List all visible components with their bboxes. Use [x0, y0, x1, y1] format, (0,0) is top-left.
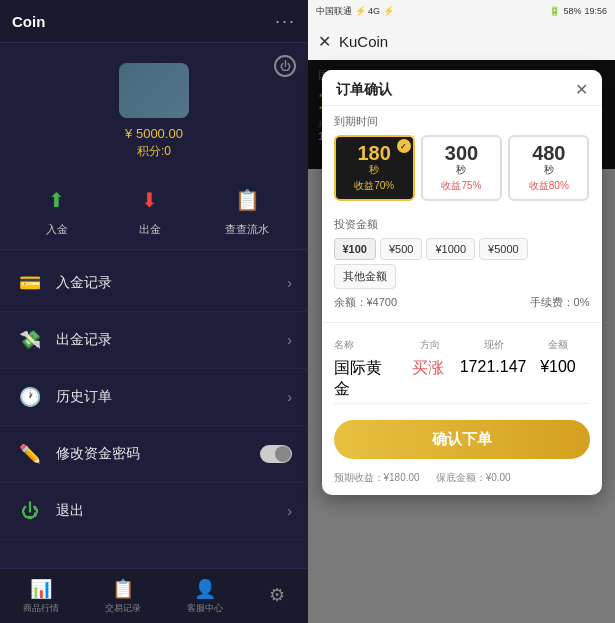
- unit-300: 秒: [427, 163, 496, 177]
- withdraw-button[interactable]: ⬇ 出金: [132, 182, 168, 237]
- modal-title: 订单确认: [336, 81, 392, 99]
- investment-section: 投资金额 ¥100 ¥500 ¥1000 ¥5000 其他金额 余额：¥4700…: [322, 209, 602, 318]
- menu-label-logout: 退出: [56, 502, 287, 520]
- confirm-order-button[interactable]: 确认下单: [334, 420, 590, 459]
- points-text: 积分:0: [137, 143, 171, 160]
- menu-item-change-password[interactable]: ✏️ 修改资金密码: [0, 426, 308, 483]
- menu-label-deposit-records: 入金记录: [56, 274, 287, 292]
- left-panel: Coin ··· ⏻ ¥ 5000.00 积分:0 ⬆ 入金 ⬇ 出金 📋 查查…: [0, 0, 308, 623]
- transaction-label: 查查流水: [225, 222, 269, 237]
- col-header-amount: 金额: [526, 338, 590, 352]
- right-app-header: ✕ KuCoin: [308, 22, 615, 60]
- modal-header: 订单确认 ✕: [322, 70, 602, 106]
- menu-item-logout[interactable]: ⏻ 退出 ›: [0, 483, 308, 540]
- nav-settings[interactable]: ⚙: [269, 584, 285, 608]
- deposit-icon: ⬆: [39, 182, 75, 218]
- modal-close-button[interactable]: ✕: [575, 80, 588, 99]
- order-price: 1721.147: [460, 358, 527, 400]
- amount-5000[interactable]: ¥5000: [479, 238, 528, 260]
- order-history-icon: 🕐: [16, 383, 44, 411]
- deposit-label: 入金: [46, 222, 68, 237]
- expiry-label: 到期时间: [334, 114, 590, 129]
- amount-options: ¥100 ¥500 ¥1000 ¥5000 其他金额: [334, 238, 590, 289]
- checkmark-icon: ✓: [397, 139, 411, 153]
- guarantee-amount: 保底金额：¥0.00: [436, 471, 511, 485]
- balance-fee-row: 余额：¥4700 手续费：0%: [334, 295, 590, 310]
- balance-amount: ¥ 5000.00: [125, 126, 183, 141]
- left-header-title: Coin: [12, 13, 45, 30]
- transaction-button[interactable]: 📋 查查流水: [225, 182, 269, 237]
- transaction-icon: 📋: [229, 182, 265, 218]
- time-option-180[interactable]: ✓ 180 秒 收益70%: [334, 135, 415, 201]
- amount-100[interactable]: ¥100: [334, 238, 376, 260]
- nav-customer-service[interactable]: 👤 客服中心: [187, 578, 223, 615]
- modal-overlay: 订单确认 ✕ 到期时间 ✓ 180 秒 收益70% 300 秒 收益75%: [308, 60, 615, 623]
- amount-other[interactable]: 其他金额: [334, 264, 396, 289]
- status-bar: 中国联通 ⚡ 4G ⚡ 🔋 58% 19:56: [308, 0, 615, 22]
- settings-nav-icon: ⚙: [269, 584, 285, 606]
- right-panel: 中国联通 ⚡ 4G ⚡ 🔋 58% 19:56 ✕ KuCoin 国际黄金 17…: [308, 0, 615, 623]
- arrow-icon-4: ›: [287, 503, 292, 519]
- order-amount: ¥100: [526, 358, 589, 400]
- menu-item-withdrawal-records[interactable]: 💸 出金记录 ›: [0, 312, 308, 369]
- yield-480: 收益80%: [514, 179, 583, 193]
- toggle-switch[interactable]: [260, 445, 292, 463]
- signal-status: 中国联通 ⚡ 4G ⚡: [316, 5, 394, 18]
- balance-display: 余额：¥4700: [334, 295, 398, 310]
- battery-time: 🔋 58% 19:56: [549, 6, 607, 16]
- menu-item-deposit-records[interactable]: 💳 入金记录 ›: [0, 255, 308, 312]
- change-password-icon: ✏️: [16, 440, 44, 468]
- menu-label-withdrawal-records: 出金记录: [56, 331, 287, 349]
- modal-divider: [322, 322, 602, 323]
- deposit-button[interactable]: ⬆ 入金: [39, 182, 75, 237]
- col-header-name: 名称: [334, 338, 398, 352]
- arrow-icon-3: ›: [287, 389, 292, 405]
- nav-market[interactable]: 📊 商品行情: [23, 578, 59, 615]
- menu-list: 💳 入金记录 › 💸 出金记录 › 🕐 历史订单 › ✏️ 修改资金密码 ⏻ 退…: [0, 250, 308, 568]
- order-direction: 买涨: [397, 358, 460, 400]
- fee-display: 手续费：0%: [530, 295, 590, 310]
- transactions-icon: 📋: [112, 578, 134, 600]
- transactions-label: 交易记录: [105, 602, 141, 615]
- order-table-header: 名称 方向 现价 金额: [334, 335, 590, 355]
- avatar: [119, 63, 189, 118]
- profile-section: ⏻ ¥ 5000.00 积分:0: [0, 43, 308, 170]
- arrow-icon: ›: [287, 275, 292, 291]
- battery-level: 58%: [563, 6, 581, 16]
- app-name: KuCoin: [339, 33, 388, 50]
- customer-service-label: 客服中心: [187, 602, 223, 615]
- time-display: 19:56: [584, 6, 607, 16]
- time-option-300[interactable]: 300 秒 收益75%: [421, 135, 502, 201]
- amount-500[interactable]: ¥500: [380, 238, 422, 260]
- investment-label: 投资金额: [334, 217, 590, 232]
- order-table-row: 国际黄金 买涨 1721.147 ¥100: [334, 355, 590, 404]
- logout-icon: ⏻: [16, 497, 44, 525]
- time-option-480[interactable]: 480 秒 收益80%: [508, 135, 589, 201]
- withdrawal-records-icon: 💸: [16, 326, 44, 354]
- time-options: ✓ 180 秒 收益70% 300 秒 收益75% 480 秒 收益80%: [334, 135, 590, 201]
- withdraw-label: 出金: [139, 222, 161, 237]
- nav-transactions[interactable]: 📋 交易记录: [105, 578, 141, 615]
- left-header: Coin ···: [0, 0, 308, 43]
- unit-180: 秒: [340, 163, 409, 177]
- col-header-price: 现价: [462, 338, 526, 352]
- seconds-480: 480: [514, 143, 583, 163]
- market-icon: 📊: [30, 578, 52, 600]
- modal-footer: 预期收益：¥180.00 保底金额：¥0.00: [322, 467, 602, 495]
- more-options-icon[interactable]: ···: [275, 11, 296, 32]
- arrow-icon-2: ›: [287, 332, 292, 348]
- bottom-nav: 📊 商品行情 📋 交易记录 👤 客服中心 ⚙: [0, 568, 308, 623]
- menu-item-order-history[interactable]: 🕐 历史订单 ›: [0, 369, 308, 426]
- settings-icon[interactable]: ⏻: [274, 55, 296, 77]
- expiry-section: 到期时间 ✓ 180 秒 收益70% 300 秒 收益75% 480: [322, 106, 602, 209]
- back-button[interactable]: ✕: [318, 32, 331, 51]
- amount-1000[interactable]: ¥1000: [426, 238, 475, 260]
- expected-profit: 预期收益：¥180.00: [334, 471, 420, 485]
- menu-label-order-history: 历史订单: [56, 388, 287, 406]
- col-header-direction: 方向: [398, 338, 462, 352]
- order-name: 国际黄金: [334, 358, 397, 400]
- menu-label-change-password: 修改资金密码: [56, 445, 260, 463]
- battery-icon: 🔋: [549, 6, 560, 16]
- toggle-dot: [275, 446, 291, 462]
- seconds-300: 300: [427, 143, 496, 163]
